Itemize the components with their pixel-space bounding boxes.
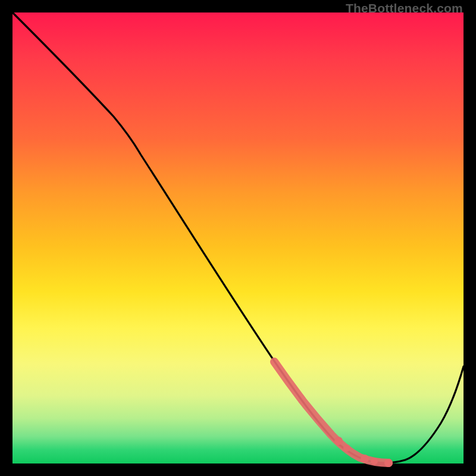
chart-frame: TheBottleneck.com (0, 0, 476, 476)
watermark-text: TheBottleneck.com (346, 1, 463, 15)
svg-point-3 (371, 458, 378, 465)
svg-point-2 (361, 455, 369, 463)
bottleneck-curve (12, 12, 464, 463)
svg-point-1 (343, 444, 350, 452)
svg-point-0 (334, 437, 343, 445)
highlight-segment (274, 362, 389, 463)
svg-point-4 (384, 459, 393, 467)
bottleneck-curve-svg (12, 12, 464, 464)
